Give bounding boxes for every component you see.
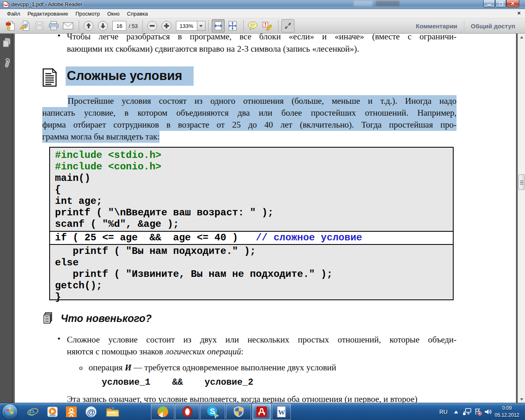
next-page-button[interactable] xyxy=(96,19,110,32)
email-button[interactable] xyxy=(62,19,75,32)
pdf-file-icon xyxy=(3,1,9,9)
action-center-flag-icon[interactable] xyxy=(473,403,483,420)
fullscreen-button[interactable] xyxy=(281,19,294,32)
close-button[interactable]: ✕ xyxy=(506,0,519,7)
italic-term: логических операций xyxy=(165,347,241,356)
toolbar-separator xyxy=(243,20,244,32)
skype-taskbar-button[interactable]: S xyxy=(200,404,225,420)
code-line: if ( 25 <= age && age <= 40 ) // сложное… xyxy=(50,231,453,245)
fit-width-button[interactable] xyxy=(212,19,225,32)
mail-ru-taskbar-button[interactable]: @ xyxy=(82,404,100,420)
zoom-level-control: 133% xyxy=(176,21,205,31)
fit-page-button[interactable] xyxy=(226,19,239,32)
export-pdf-button[interactable] xyxy=(18,19,32,32)
adobe-reader-icon xyxy=(256,406,268,418)
windows-defender-taskbar-button[interactable] xyxy=(226,404,251,420)
code-listing: #include <stdio.h>#include <conio.h>main… xyxy=(49,147,454,300)
bullet-dot: • xyxy=(57,334,60,344)
paragraph-line-selected: грамма могла бы выглядеть так: xyxy=(42,131,160,143)
scrollbar-thumb[interactable] xyxy=(518,174,525,190)
aimp-taskbar-button[interactable] xyxy=(151,404,174,420)
minimize-button[interactable] xyxy=(483,0,495,7)
toolbar: / 53 133% Комментарии xyxy=(0,18,525,34)
section-document-icon xyxy=(42,68,57,89)
scroll-up-arrow[interactable] xyxy=(518,34,525,41)
vertical-scrollbar[interactable] xyxy=(518,34,525,403)
page-number-input[interactable] xyxy=(112,21,126,31)
code-line: else xyxy=(50,257,453,269)
zoom-dropdown-button[interactable] xyxy=(197,21,205,31)
open-file-button[interactable] xyxy=(4,19,17,32)
paragraph-line-selected: Простейшие условия состоят из одного отн… xyxy=(68,95,457,107)
paragraph-line: няются с помощью знаков логических опера… xyxy=(67,346,244,358)
previous-page-button[interactable] xyxy=(82,19,95,32)
language-indicator[interactable]: RU xyxy=(437,403,450,420)
paragraph-line-selected: написать условие, в котором объединяются… xyxy=(42,107,457,119)
restore-button[interactable] xyxy=(495,0,506,7)
sub-bullet-line: операция И — требуется одновременное вып… xyxy=(89,362,336,374)
skype-icon: S xyxy=(206,405,219,418)
adobe-reader-taskbar-button[interactable] xyxy=(252,404,271,420)
media-player-taskbar-button[interactable] xyxy=(43,404,62,420)
navigation-pane xyxy=(0,34,13,403)
explorer-folder-taskbar-button[interactable] xyxy=(103,404,122,420)
share-panel-button[interactable]: Общий доступ xyxy=(467,21,519,31)
menu-окно[interactable]: Окно xyxy=(103,10,123,18)
code-line: #include <conio.h> xyxy=(50,161,453,173)
whats-new-icon xyxy=(43,312,53,326)
tray-time: 0:09 xyxy=(492,405,522,412)
whats-new-title: Что новенького? xyxy=(61,313,152,324)
code-line: int age; xyxy=(50,196,453,207)
opera-taskbar-button[interactable] xyxy=(175,404,199,420)
zoom-out-button[interactable] xyxy=(146,19,159,32)
mail-ru-icon: @ xyxy=(85,406,97,418)
svg-text:e: e xyxy=(29,406,35,418)
opera-icon xyxy=(181,406,194,418)
volume-icon[interactable] xyxy=(483,403,493,420)
paragraph-line: Сложное условие состоит из двух или неск… xyxy=(67,334,457,346)
word-icon: W xyxy=(275,406,288,418)
code-line: printf ( "Вы нам подходите." ); xyxy=(50,246,453,257)
scroll-down-arrow[interactable] xyxy=(518,396,525,403)
aimp-icon xyxy=(157,406,169,418)
print-button[interactable] xyxy=(47,19,60,32)
menu-просмотр[interactable]: Просмотр xyxy=(72,10,103,18)
code-line: printf ( "Извините, Вы нам не подходите.… xyxy=(50,269,453,280)
menu-редактирование[interactable]: Редактирование xyxy=(24,10,72,18)
page-thumbnails-icon[interactable] xyxy=(2,37,11,50)
media-player-icon xyxy=(46,406,59,418)
section-title: Сложные условия xyxy=(66,68,194,84)
attachments-paperclip-icon[interactable] xyxy=(2,57,11,71)
toolbar-separator xyxy=(79,20,79,32)
code-line: scanf ( "%d", &age ); xyxy=(50,219,453,230)
comments-panel-button[interactable]: Комментарии xyxy=(412,21,461,31)
code-line: main() xyxy=(50,173,453,184)
chevron-down-icon xyxy=(199,25,203,27)
start-button[interactable] xyxy=(2,404,17,419)
word-taskbar-button[interactable]: W xyxy=(272,404,291,420)
odnoklassniki-taskbar-button[interactable] xyxy=(62,404,80,420)
menu-файл[interactable]: Файл xyxy=(3,10,24,18)
toolbar-close-icon[interactable]: ✕ xyxy=(517,11,521,16)
zoom-in-button[interactable] xyxy=(160,19,173,32)
menu-справка[interactable]: Справка xyxy=(123,10,152,18)
clock[interactable]: 0:09 05.12.2012 xyxy=(492,405,522,419)
partial-paragraph-line: Эта запись означает, что условие выполня… xyxy=(67,393,418,403)
menu-bar: ФайлРедактированиеПросмотрОкноСправка ✕ xyxy=(0,9,525,18)
window-controls: ✕ xyxy=(483,0,519,7)
network-icon[interactable] xyxy=(462,403,472,420)
background-window-ghost xyxy=(376,1,399,6)
internet-explorer-icon: e xyxy=(27,406,39,418)
chevron-up-icon xyxy=(454,410,459,414)
code-line: getch(); xyxy=(50,280,453,292)
menu-items: ФайлРедактированиеПросмотрОкноСправка xyxy=(3,10,152,17)
zoom-level-value[interactable]: 133% xyxy=(176,21,197,31)
comment-button[interactable] xyxy=(247,19,260,32)
condition-expression: условие_1 && условие_2 xyxy=(102,377,253,388)
show-hidden-icons-button[interactable] xyxy=(452,403,460,420)
operator-name: И xyxy=(125,363,131,372)
toolbar-right-group: Комментарии Общий доступ xyxy=(412,21,519,31)
internet-explorer-taskbar-button[interactable]: e xyxy=(24,404,42,420)
save-button[interactable] xyxy=(33,19,46,32)
highlight-text-button[interactable] xyxy=(261,19,274,32)
